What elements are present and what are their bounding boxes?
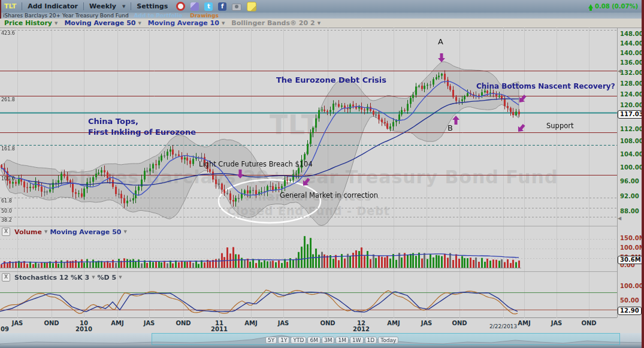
charting-app: TLT Add Indicator Weekly ▼ Settings t f … (0, 0, 644, 348)
indicator-price-history[interactable]: Price History ▼ (4, 19, 60, 27)
range-button-1d[interactable]: 1D (365, 337, 377, 344)
chevron-down-icon[interactable]: ▼ (318, 21, 321, 26)
time-axis-quarter-label: AMJ (518, 320, 530, 326)
volume-indicator-label[interactable]: Volume (14, 228, 42, 236)
notes-icon[interactable] (247, 2, 256, 11)
annotation-label-a: A (438, 37, 443, 46)
fib-level-label: 100.0 (1, 176, 15, 181)
price-axis-label: 120.00 (620, 102, 643, 108)
range-button-5y[interactable]: 5Y (265, 337, 277, 344)
fib-level-label: 50.0 (1, 208, 12, 214)
indicator-moving-average-10[interactable]: Moving Average 10 ▼ (148, 19, 227, 27)
range-button-3m[interactable]: 3M (322, 337, 335, 344)
add-to-portfolio-link[interactable]: Add to Portfolio (134, 13, 183, 19)
alarm-icon[interactable] (176, 2, 185, 11)
time-axis-quarter-label: JAS (551, 320, 563, 326)
range-button-1w[interactable]: 1W (350, 337, 364, 344)
price-axis-label: 112.00 (620, 126, 643, 132)
indicator-row: Price History ▼ Moving Average 50 ▼ Movi… (0, 19, 644, 28)
stochastic-indicator-label[interactable]: Stochastics 12 %K 3 (14, 274, 89, 282)
indicator-bollinger-bands[interactable]: Bollinger Bands® 20 2 ▼ (231, 19, 323, 27)
range-button-6m[interactable]: 6M (307, 337, 321, 344)
fib-level-label: 261.8 (1, 97, 15, 102)
time-axis: JASOND10AMJJASOND11AMJJASOND12AMJJASONDA… (0, 317, 617, 334)
annotation-china-tops-1: China Tops, (88, 117, 138, 126)
chevron-down-icon[interactable]: ▼ (122, 4, 125, 9)
range-buttons: 5Y1YYTD6M3M1M1W1DToday (265, 337, 398, 344)
time-axis-quarter-label: JAS (278, 320, 289, 326)
price-axis-label: 108.00 (620, 138, 643, 144)
twitter-icon[interactable]: t (204, 2, 213, 11)
fib-level-label: 38.2 (1, 217, 12, 223)
time-axis-quarter-label: AMJ (111, 320, 123, 326)
time-axis-quarter-label: JAS (12, 320, 23, 326)
time-axis-quarter-label: JAS (144, 320, 155, 326)
price-axis-label: 128.00 (620, 80, 643, 87)
price-axis-label: 132.00 (620, 69, 643, 76)
price-axis-label: 124.00 (620, 91, 643, 98)
change-text: 0.08 (0.07%) (595, 3, 638, 10)
range-button-ytd[interactable]: YTD (291, 337, 306, 344)
last-date-label: 2/22/2013 (489, 323, 517, 329)
price-axis-label: 100.00 (620, 164, 643, 171)
range-button-1m[interactable]: 1M (335, 337, 349, 344)
last-stoch-badge: 12.90 (618, 307, 642, 315)
drawing-handle-icon[interactable]: ◀ (618, 216, 621, 221)
cube-icon[interactable] (191, 2, 199, 11)
drawings-link[interactable]: Drawings (190, 13, 219, 19)
add-indicator-button[interactable]: Add Indicator (28, 2, 78, 10)
range-button-1y[interactable]: 1Y (278, 337, 289, 344)
time-axis-quarter-label: AMJ (387, 320, 400, 326)
timeframe-select[interactable]: Weekly (89, 2, 116, 10)
annotation-china-bottoms: China Bottoms Nascent Recovery? (476, 82, 615, 90)
close-icon[interactable]: X (2, 273, 10, 282)
fib-level-label: 423.6 (1, 31, 15, 36)
stoch-axis-label: 100.00 (620, 283, 643, 289)
time-axis-quarter-label: JAS (421, 320, 433, 326)
up-arrow-icon (588, 4, 593, 8)
time-axis-quarter-label: OND (44, 320, 59, 326)
volume-pane-header: X Volume ▼ Moving Average 50 ▼ (2, 228, 129, 236)
time-axis-quarter-label: OND (176, 320, 191, 326)
top-toolbar: TLT Add Indicator Weekly ▼ Settings t f … (0, 0, 644, 13)
facebook-icon[interactable]: f (218, 2, 226, 11)
chevron-down-icon[interactable]: ▼ (119, 275, 122, 280)
annotation-light-crude: Light Crude Futures Breach $104 (199, 160, 313, 168)
left-edge-strip (0, 0, 1, 19)
camera-icon[interactable] (232, 4, 241, 11)
indicator-moving-average-50[interactable]: Moving Average 50 ▼ (64, 19, 143, 27)
fib-level-label: 161.8 (1, 146, 15, 152)
price-axis-label: 92.00 (620, 193, 639, 199)
price-axis-label: 88.00 (620, 208, 639, 214)
chevron-down-icon[interactable]: ▼ (92, 275, 95, 280)
chevron-down-icon[interactable]: ▼ (138, 21, 141, 26)
divider (83, 2, 84, 10)
annotation-eurozone: The Eurozone Debt Crisis (276, 75, 386, 84)
chevron-down-icon[interactable]: ▼ (123, 229, 126, 234)
price-change-indicator: 0.08 (0.07%) (588, 3, 638, 10)
right-edge-strip (642, 0, 644, 348)
toolbar-icons: t f (176, 2, 256, 11)
price-axis-label: 144.00 (620, 40, 643, 47)
time-axis-quarter-label: OND (452, 320, 467, 326)
settings-button[interactable]: Settings (137, 2, 168, 10)
chevron-down-icon[interactable]: ▼ (55, 21, 58, 26)
time-axis-year-label: 2010 (75, 326, 92, 332)
chevron-down-icon[interactable]: ▼ (44, 229, 47, 234)
price-axis-label: 148.00 (620, 31, 643, 37)
symbol-row: iShares Barclays 20+ Year Treasury Bond … (0, 13, 644, 19)
time-axis-quarter-label: AMJ (244, 320, 257, 326)
bottom-scrollbar[interactable] (0, 345, 644, 348)
drawing-handle-icon[interactable]: ◀ (618, 68, 621, 74)
stochastic-pane-header: X Stochastics 12 %K 3 ▼ %D 5 ▼ (2, 273, 125, 282)
range-button-today[interactable]: Today (378, 337, 398, 344)
volume-axis-label: 100.0M (620, 244, 644, 251)
last-volume-badge: 30.6M (618, 256, 643, 264)
chevron-down-icon[interactable]: ▼ (222, 21, 225, 26)
price-axis: 148.00144.00140.00136.00132.00128.00124.… (618, 28, 642, 317)
stochastic-d-label[interactable]: %D 5 (98, 274, 117, 282)
price-axis-label: 140.00 (620, 50, 643, 56)
symbol-ticker: TLT (4, 2, 16, 10)
close-icon[interactable]: X (2, 228, 10, 236)
volume-ma-label[interactable]: Moving Average 50 (50, 228, 121, 236)
